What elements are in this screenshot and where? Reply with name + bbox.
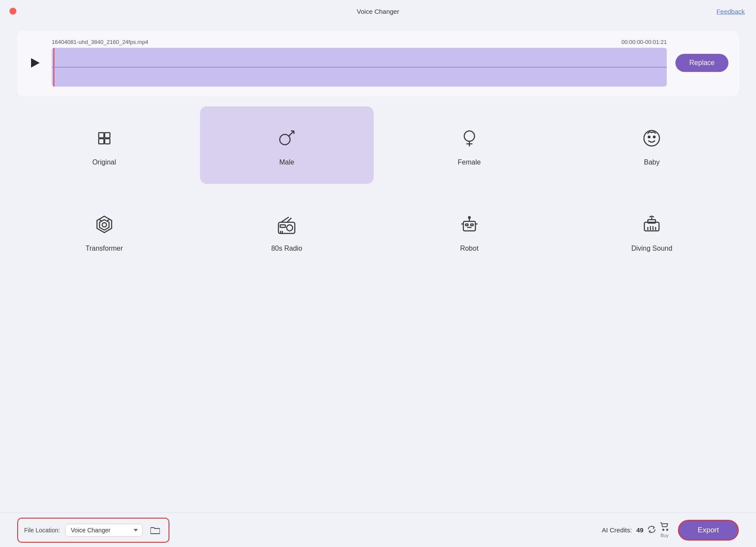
voice-card-male[interactable]: Male xyxy=(200,106,374,184)
bottom-bar: File Location: Voice Changer Desktop Doc… xyxy=(0,513,756,547)
svg-rect-1 xyxy=(105,133,110,138)
voice-card-baby[interactable]: Baby xyxy=(565,106,739,184)
voice-card-transformer[interactable]: Transformer xyxy=(17,193,191,270)
ai-credits-section: AI Credits: 49 Buy xyxy=(602,522,669,538)
ai-credits-label: AI Credits: xyxy=(602,526,632,534)
waveform-meta: 16404081-uhd_3840_2160_24fps.mp4 00:00:0… xyxy=(52,39,667,45)
baby-icon xyxy=(640,127,663,152)
refresh-icon[interactable] xyxy=(648,525,656,535)
voice-card-radio[interactable]: 80s Radio xyxy=(200,193,374,270)
main-content: 16404081-uhd_3840_2160_24fps.mp4 00:00:0… xyxy=(0,22,756,292)
svg-rect-3 xyxy=(105,139,110,144)
feedback-link[interactable]: Feedback xyxy=(716,8,745,15)
baby-label: Baby xyxy=(644,159,659,166)
voice-card-original[interactable]: Original xyxy=(17,106,191,184)
svg-point-42 xyxy=(666,529,668,530)
robot-icon xyxy=(458,213,481,238)
svg-point-12 xyxy=(648,136,650,138)
title-bar: Voice Changer Feedback xyxy=(0,0,756,22)
duration-label: 00:00:00-00:01:21 xyxy=(622,39,667,45)
file-location-select[interactable]: Voice Changer Desktop Documents xyxy=(65,524,143,537)
waveform-container: 16404081-uhd_3840_2160_24fps.mp4 00:00:0… xyxy=(52,39,667,87)
replace-button[interactable]: Replace xyxy=(675,54,728,72)
filename-label: 16404081-uhd_3840_2160_24fps.mp4 xyxy=(52,39,148,45)
svg-point-41 xyxy=(662,529,664,530)
cart-container[interactable]: Buy xyxy=(660,522,669,538)
svg-rect-21 xyxy=(280,225,285,227)
file-location-label: File Location: xyxy=(24,527,60,534)
cart-icon[interactable] xyxy=(660,522,669,532)
svg-point-13 xyxy=(653,136,655,138)
voice-card-female[interactable]: Female xyxy=(382,106,556,184)
svg-point-20 xyxy=(287,225,293,231)
svg-rect-2 xyxy=(99,139,104,144)
svg-point-31 xyxy=(469,217,470,218)
waveform-section: 16404081-uhd_3840_2160_24fps.mp4 00:00:0… xyxy=(17,31,739,96)
svg-line-17 xyxy=(100,220,102,221)
voice-grid: Original Male F xyxy=(17,106,739,270)
svg-point-4 xyxy=(280,134,290,145)
male-label: Male xyxy=(279,159,294,166)
radio-label: 80s Radio xyxy=(271,245,302,252)
waveform-cursor xyxy=(53,48,54,87)
transformer-label: Transformer xyxy=(85,245,123,252)
svg-point-16 xyxy=(102,223,106,227)
waveform-bar[interactable] xyxy=(52,48,667,87)
voice-card-robot[interactable]: Robot xyxy=(382,193,556,270)
play-button[interactable] xyxy=(28,55,43,71)
svg-rect-0 xyxy=(99,133,104,138)
svg-rect-35 xyxy=(648,220,656,223)
file-location-group: File Location: Voice Changer Desktop Doc… xyxy=(17,518,169,543)
play-icon xyxy=(31,58,40,68)
svg-rect-26 xyxy=(463,221,475,231)
robot-label: Robot xyxy=(460,245,478,252)
credits-count: 49 xyxy=(636,526,644,534)
close-button[interactable] xyxy=(9,8,16,15)
svg-point-8 xyxy=(464,131,475,141)
folder-button[interactable] xyxy=(148,523,162,538)
transformer-icon xyxy=(93,213,116,238)
svg-line-5 xyxy=(289,131,294,136)
radio-icon xyxy=(275,213,298,238)
original-label: Original xyxy=(92,159,116,166)
svg-line-18 xyxy=(106,220,109,221)
buy-label: Buy xyxy=(660,533,669,538)
app-title: Voice Changer xyxy=(357,8,399,15)
female-icon xyxy=(458,127,481,152)
female-label: Female xyxy=(458,159,481,166)
export-button[interactable]: Export xyxy=(678,520,739,541)
diving-label: Diving Sound xyxy=(631,245,672,252)
svg-rect-27 xyxy=(465,224,468,226)
svg-rect-28 xyxy=(471,224,473,226)
original-icon xyxy=(93,127,116,152)
svg-line-23 xyxy=(287,218,291,222)
diving-icon xyxy=(640,213,663,238)
voice-card-diving[interactable]: Diving Sound xyxy=(565,193,739,270)
male-icon xyxy=(275,127,298,152)
